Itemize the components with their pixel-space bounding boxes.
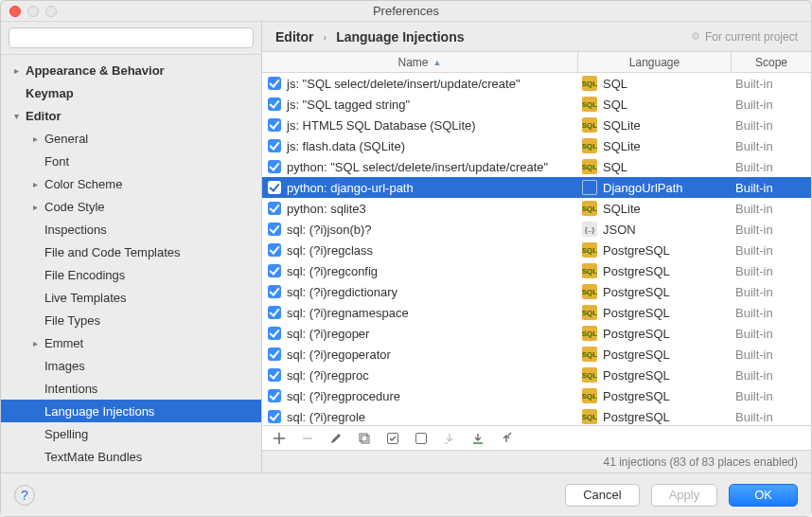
move-to-project-button[interactable] [442,431,457,446]
row-checkbox[interactable] [268,118,281,132]
sidebar-item-label: Code Style [43,200,105,214]
row-language: SQLite [603,118,641,133]
ok-button[interactable]: OK [729,484,798,507]
table-row[interactable]: sql: (?i)json(b)?JSONBuilt-in [262,219,811,240]
sidebar-item-live-templates[interactable]: Live Templates [1,286,261,309]
dialog-footer: ? Cancel Apply OK [1,472,811,516]
export-button[interactable] [499,431,514,446]
edit-button[interactable] [328,431,344,446]
sidebar-item-file-encodings[interactable]: File Encodings [1,263,261,286]
add-button[interactable] [272,431,287,446]
row-scope: Built-in [735,139,773,153]
breadcrumb-root[interactable]: Editor [275,29,313,45]
row-checkbox[interactable] [268,160,281,173]
sidebar-item-editor[interactable]: ▾Editor [1,104,261,127]
row-checkbox[interactable] [268,202,281,215]
row-checkbox[interactable] [268,243,281,257]
copy-button[interactable] [357,431,372,446]
row-language: PostgreSQL [603,327,670,341]
row-name: python: sqlite3 [287,202,366,216]
row-checkbox[interactable] [268,98,281,111]
row-checkbox[interactable] [268,77,281,90]
injections-table[interactable]: js: "SQL select/delete/insert/update/cre… [262,73,811,425]
import-button[interactable] [470,431,485,446]
row-checkbox[interactable] [268,348,281,361]
row-checkbox[interactable] [268,389,281,402]
sql-icon [582,76,597,91]
sidebar-item-inspections[interactable]: Inspections [1,218,261,241]
pg-icon [582,326,597,341]
table-row[interactable]: python: django-url-pathDjangoUrlPathBuil… [262,177,811,198]
table-row[interactable]: sql: (?i)regoperPostgreSQLBuilt-in [262,323,811,344]
sidebar-item-images[interactable]: Images [1,354,261,377]
row-checkbox[interactable] [268,306,281,319]
cancel-button[interactable]: Cancel [565,484,639,507]
sidebar-item-file-and-code-templates[interactable]: File and Code Templates [1,241,261,263]
col-scope[interactable]: Scope [732,52,811,72]
enable-button[interactable] [385,431,400,446]
row-scope: Built-in [735,368,773,383]
table-row[interactable]: sql: (?i)regclassPostgreSQLBuilt-in [262,240,811,260]
sidebar-item-general[interactable]: ▸General [1,127,261,150]
table-row[interactable]: sql: (?i)regoperatorPostgreSQLBuilt-in [262,344,811,365]
sidebar-item-label: Spelling [43,427,88,441]
row-name: sql: (?i)regrole [287,410,365,424]
row-scope: Built-in [735,98,773,112]
sidebar-item-textmate-bundles[interactable]: TextMate Bundles [1,445,261,468]
row-checkbox[interactable] [268,181,281,194]
table-row[interactable]: sql: (?i)regnamespacePostgreSQLBuilt-in [262,302,811,323]
sidebar-item-appearance-behavior[interactable]: ▸Appearance & Behavior [1,59,261,81]
sidebar-item-code-style[interactable]: ▸Code Style [1,195,261,218]
pg-icon [582,347,597,362]
row-scope: Built-in [735,327,773,341]
row-checkbox[interactable] [268,410,281,423]
table-row[interactable]: python: "SQL select/delete/insert/update… [262,156,811,177]
row-checkbox[interactable] [268,264,281,277]
table-row[interactable]: js: "SQL tagged string"SQLBuilt-in [262,94,811,115]
sidebar-item-spelling[interactable]: Spelling [1,422,261,445]
row-checkbox[interactable] [268,327,281,340]
chevron-right-icon: › [323,31,327,43]
table-row[interactable]: sql: (?i)regdictionaryPostgreSQLBuilt-in [262,281,811,302]
table-row[interactable]: sql: (?i)regrolePostgreSQLBuilt-in [262,406,811,425]
table-row[interactable]: sql: (?i)regprocedurePostgreSQLBuilt-in [262,385,811,406]
col-name[interactable]: Name ▲ [262,52,578,72]
row-scope: Built-in [735,202,773,216]
sidebar: 🔍 ▸Appearance & BehaviorKeymap▾Editor▸Ge… [1,22,262,472]
row-name: js: "SQL select/delete/insert/update/cre… [287,77,521,91]
row-checkbox[interactable] [268,223,281,236]
sidebar-item-emmet[interactable]: ▸Emmet [1,331,261,354]
sidebar-item-font[interactable]: Font [1,150,261,172]
chevron-right-icon: ▸ [9,65,24,76]
sort-asc-icon: ▲ [433,58,442,67]
col-language[interactable]: Language [578,52,732,72]
row-scope: Built-in [735,389,773,403]
row-checkbox[interactable] [268,139,281,152]
sidebar-item-label: File Types [43,313,100,328]
sidebar-item-label: Intentions [43,382,97,396]
table-row[interactable]: sql: (?i)regconfigPostgreSQLBuilt-in [262,260,811,281]
help-button[interactable]: ? [14,485,35,506]
row-name: js: "SQL tagged string" [287,98,410,112]
table-row[interactable]: js: HTML5 SQL Database (SQLite)SQLiteBui… [262,115,811,135]
search-input[interactable] [9,27,254,48]
row-checkbox[interactable] [268,285,281,298]
table-row[interactable]: js: flash.data (SQLite)SQLiteBuilt-in [262,135,811,156]
sidebar-item-language-injections[interactable]: Language Injections [1,400,261,422]
settings-tree[interactable]: ▸Appearance & BehaviorKeymap▾Editor▸Gene… [1,55,261,472]
row-checkbox[interactable] [268,368,281,382]
sidebar-item-label: Font [43,154,69,169]
sidebar-item-keymap[interactable]: Keymap [1,81,261,104]
chevron-down-icon: ▾ [9,111,24,121]
sidebar-item-file-types[interactable]: File Types [1,309,261,331]
toggle-button[interactable] [414,431,429,446]
sqlite-icon [582,138,597,153]
sidebar-item-color-scheme[interactable]: ▸Color Scheme [1,172,261,195]
remove-button[interactable] [300,431,315,446]
row-language: SQL [603,77,627,91]
table-row[interactable]: sql: (?i)regprocPostgreSQLBuilt-in [262,365,811,385]
apply-button[interactable]: Apply [651,484,718,507]
table-row[interactable]: python: sqlite3SQLiteBuilt-in [262,198,811,219]
table-row[interactable]: js: "SQL select/delete/insert/update/cre… [262,73,811,94]
sidebar-item-intentions[interactable]: Intentions [1,377,261,400]
